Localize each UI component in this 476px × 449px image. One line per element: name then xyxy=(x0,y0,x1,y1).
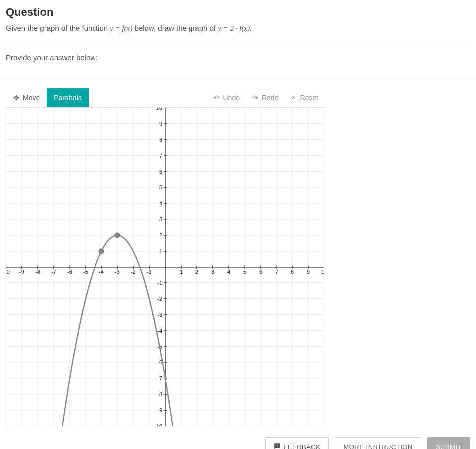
graph-toolbar: ✥ Move Parabola ↶ Undo ↷ Redo × Reset xyxy=(6,88,324,108)
svg-text:2: 2 xyxy=(195,269,198,275)
undo-icon: ↶ xyxy=(213,94,220,102)
close-icon: × xyxy=(290,94,297,102)
undo-label: Undo xyxy=(223,94,239,102)
move-label: Move xyxy=(23,94,40,102)
svg-text:2: 2 xyxy=(159,232,162,238)
svg-text:1: 1 xyxy=(180,269,183,275)
svg-text:5: 5 xyxy=(159,184,162,190)
svg-text:-7: -7 xyxy=(157,375,162,381)
svg-text:-4: -4 xyxy=(99,269,104,275)
feedback-icon xyxy=(274,443,281,449)
svg-text:8: 8 xyxy=(159,137,162,143)
svg-text:-2: -2 xyxy=(157,296,162,302)
provide-answer-label: Provide your answer below: xyxy=(6,53,470,68)
svg-text:-9: -9 xyxy=(19,269,24,275)
move-tool-button[interactable]: ✥ Move xyxy=(6,88,47,107)
svg-text:9: 9 xyxy=(159,121,162,127)
svg-text:-8: -8 xyxy=(35,269,40,275)
reset-button[interactable]: × Reset xyxy=(284,88,324,107)
svg-text:-1: -1 xyxy=(147,269,152,275)
undo-button[interactable]: ↶ Undo xyxy=(207,88,245,107)
svg-text:-2: -2 xyxy=(131,269,136,275)
svg-text:6: 6 xyxy=(259,269,262,275)
redo-button[interactable]: ↷ Redo xyxy=(246,88,284,107)
action-bar: FEEDBACK MORE INSTRUCTION SUBMIT xyxy=(6,431,470,449)
prompt-text-2: below, draw the graph of xyxy=(135,24,218,32)
redo-icon: ↷ xyxy=(252,94,259,102)
svg-text:3: 3 xyxy=(211,269,214,275)
svg-text:-10: -10 xyxy=(154,423,162,426)
submit-label: SUBMIT xyxy=(436,443,462,449)
more-instruction-button[interactable]: MORE INSTRUCTION xyxy=(335,437,421,449)
svg-text:7: 7 xyxy=(275,269,278,275)
parabola-tool-button[interactable]: Parabola xyxy=(47,88,89,107)
svg-text:10: 10 xyxy=(156,108,162,111)
question-prompt: Given the graph of the function y = f(x)… xyxy=(6,24,470,43)
svg-text:-3: -3 xyxy=(115,269,120,275)
svg-text:-5: -5 xyxy=(83,269,88,275)
divider xyxy=(0,78,476,78)
svg-text:-1: -1 xyxy=(157,280,162,286)
prompt-text-1: Given the graph of the function xyxy=(6,24,110,32)
svg-text:-3: -3 xyxy=(157,312,162,318)
graph-canvas[interactable]: -10-9-8-7-6-5-4-3-2-112345678910-10-9-8-… xyxy=(6,108,324,426)
svg-text:8: 8 xyxy=(291,269,294,275)
svg-point-124 xyxy=(115,233,120,238)
svg-point-125 xyxy=(99,249,104,254)
svg-text:-8: -8 xyxy=(157,391,162,397)
svg-text:-9: -9 xyxy=(157,407,162,413)
svg-text:-4: -4 xyxy=(157,328,162,334)
svg-text:-10: -10 xyxy=(6,269,10,275)
svg-text:7: 7 xyxy=(159,153,162,159)
svg-text:4: 4 xyxy=(227,269,230,275)
page-title: Question xyxy=(6,6,470,19)
svg-text:1: 1 xyxy=(159,248,162,254)
svg-text:9: 9 xyxy=(307,269,310,275)
svg-text:-6: -6 xyxy=(67,269,72,275)
svg-text:6: 6 xyxy=(159,169,162,175)
reset-label: Reset xyxy=(300,94,318,102)
submit-button[interactable]: SUBMIT xyxy=(427,437,470,449)
feedback-label: FEEDBACK xyxy=(284,443,320,449)
svg-text:-7: -7 xyxy=(51,269,56,275)
parabola-label: Parabola xyxy=(54,94,82,102)
move-icon: ✥ xyxy=(13,94,20,102)
prompt-equation-2: y = 2 · f(x). xyxy=(218,24,252,32)
svg-text:10: 10 xyxy=(321,269,324,275)
svg-text:3: 3 xyxy=(159,216,162,222)
feedback-button[interactable]: FEEDBACK xyxy=(265,437,329,449)
redo-label: Redo xyxy=(262,94,278,102)
svg-text:5: 5 xyxy=(243,269,246,275)
svg-text:4: 4 xyxy=(159,200,162,206)
graph-widget: ✥ Move Parabola ↶ Undo ↷ Redo × Reset -1… xyxy=(6,88,470,431)
more-instruction-label: MORE INSTRUCTION xyxy=(343,443,412,449)
prompt-equation-1: y = f(x) xyxy=(110,24,132,32)
